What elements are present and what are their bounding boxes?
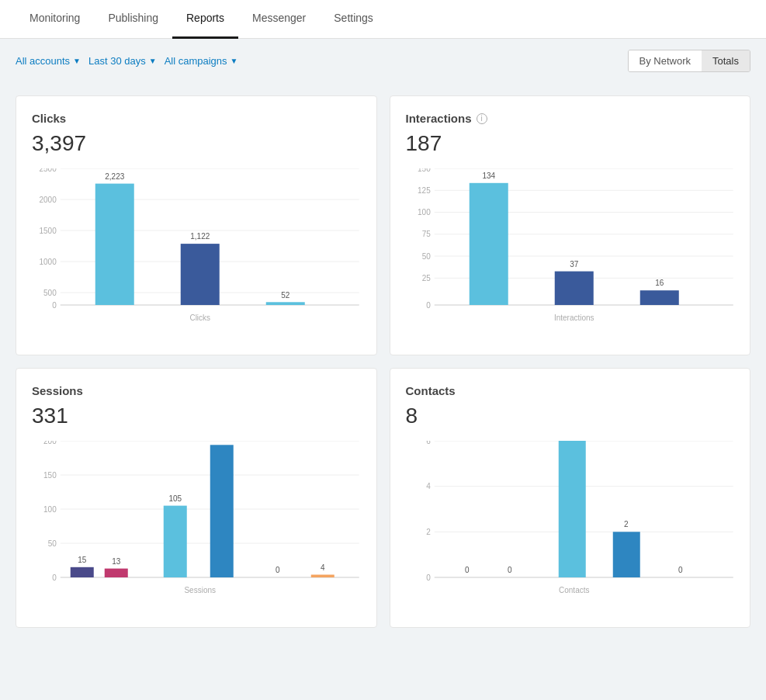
svg-text:0: 0: [52, 301, 57, 310]
clicks-svg: 2500 2000 1500 1000 500 0 2,223 1,122 52…: [32, 168, 361, 324]
date-filter-arrow: ▼: [149, 57, 157, 65]
svg-text:50: 50: [421, 252, 431, 261]
contacts-total: 8: [406, 404, 735, 428]
svg-text:4: 4: [321, 563, 325, 572]
svg-text:0: 0: [52, 574, 57, 582]
svg-text:0: 0: [464, 566, 469, 574]
contacts-bar-3: [558, 441, 585, 577]
sessions-bar-6: [311, 575, 334, 578]
sessions-title: Sessions: [32, 384, 361, 397]
interactions-chart: 150 125 100 75 50 25 0 134 37 16 Interac…: [406, 168, 735, 339]
totals-button[interactable]: Totals: [702, 50, 750, 71]
svg-text:1000: 1000: [40, 258, 57, 266]
filter-bar: All accounts ▼ Last 30 days ▼ All campai…: [0, 39, 766, 83]
sessions-bar-1: [71, 567, 94, 577]
interactions-info-icon: i: [477, 113, 487, 124]
svg-text:125: 125: [418, 186, 431, 195]
nav-messenger[interactable]: Messenger: [238, 0, 320, 39]
svg-text:0: 0: [426, 301, 431, 310]
svg-text:194: 194: [215, 441, 228, 442]
svg-text:Contacts: Contacts: [559, 586, 589, 594]
svg-text:0: 0: [426, 574, 431, 582]
clicks-card: Clicks 3,397 2500 2000 1500 1000 500 0: [16, 95, 377, 355]
contacts-card: Contacts 8 6 4 2 0 0 0: [390, 368, 751, 628]
view-toggle: By Network Totals: [628, 50, 750, 72]
accounts-filter-arrow: ▼: [73, 57, 81, 65]
contacts-svg: 6 4 2 0 0 0 6 2 0 Contacts: [406, 441, 735, 596]
sessions-chart: 200 150 100 50 0 15 13 105 194 0: [32, 441, 361, 612]
svg-text:2: 2: [426, 528, 431, 536]
svg-text:150: 150: [43, 471, 57, 480]
sessions-bar-2: [105, 569, 128, 577]
sessions-total: 331: [32, 404, 361, 428]
svg-text:4: 4: [426, 482, 431, 490]
campaigns-filter[interactable]: All campaigns ▼: [165, 55, 238, 67]
svg-text:0: 0: [276, 566, 280, 574]
sessions-bar-4: [210, 445, 234, 577]
nav-reports[interactable]: Reports: [172, 0, 238, 39]
svg-text:2000: 2000: [40, 196, 57, 204]
svg-text:105: 105: [168, 494, 182, 503]
clicks-chart: 2500 2000 1500 1000 500 0 2,223 1,122 52…: [32, 168, 361, 339]
nav-settings[interactable]: Settings: [320, 0, 387, 39]
svg-text:500: 500: [43, 289, 57, 297]
by-network-button[interactable]: By Network: [629, 50, 702, 71]
nav-publishing[interactable]: Publishing: [94, 0, 172, 39]
sessions-svg: 200 150 100 50 0 15 13 105 194 0: [32, 441, 361, 596]
svg-text:0: 0: [507, 566, 511, 574]
interactions-total: 187: [406, 131, 735, 156]
svg-text:200: 200: [43, 441, 57, 445]
clicks-bar-3: [266, 302, 305, 305]
svg-text:75: 75: [421, 230, 431, 238]
svg-text:50: 50: [48, 539, 57, 548]
interactions-bar-1: [469, 183, 508, 305]
svg-text:2: 2: [623, 520, 628, 528]
svg-text:150: 150: [418, 168, 431, 173]
clicks-bar-2: [181, 244, 220, 305]
sessions-card: Sessions 331 200 150 100 50 0 15: [16, 368, 377, 628]
accounts-filter[interactable]: All accounts ▼: [16, 55, 81, 67]
svg-text:1500: 1500: [40, 227, 57, 235]
interactions-card: Interactions i 187 150 125 100 75 50 25: [390, 95, 751, 355]
svg-text:Sessions: Sessions: [184, 586, 216, 594]
svg-text:6: 6: [426, 441, 431, 445]
svg-text:37: 37: [570, 260, 579, 269]
svg-text:2,223: 2,223: [105, 172, 124, 181]
interactions-title: Interactions i: [406, 112, 735, 125]
interactions-bar-2: [554, 272, 593, 305]
contacts-chart: 6 4 2 0 0 0 6 2 0 Contacts: [406, 441, 735, 612]
svg-text:2500: 2500: [40, 168, 57, 173]
clicks-bar-1: [95, 184, 134, 305]
svg-text:15: 15: [78, 556, 87, 564]
svg-text:134: 134: [482, 172, 495, 180]
svg-text:16: 16: [655, 279, 664, 287]
interactions-bar-3: [639, 290, 678, 305]
contacts-bar-4: [612, 532, 639, 577]
svg-text:100: 100: [43, 505, 57, 514]
sessions-bar-3: [164, 506, 187, 577]
svg-text:Clicks: Clicks: [189, 314, 210, 322]
nav-monitoring[interactable]: Monitoring: [16, 0, 94, 39]
campaigns-filter-arrow: ▼: [230, 57, 238, 65]
clicks-title: Clicks: [32, 112, 361, 125]
svg-text:52: 52: [281, 291, 290, 300]
charts-grid: Clicks 3,397 2500 2000 1500 1000 500 0: [0, 83, 766, 640]
svg-text:25: 25: [421, 274, 431, 282]
svg-text:13: 13: [112, 557, 121, 566]
date-filter[interactable]: Last 30 days ▼: [88, 55, 157, 67]
clicks-total: 3,397: [32, 131, 361, 156]
svg-text:100: 100: [418, 208, 431, 217]
svg-text:1,122: 1,122: [190, 232, 210, 241]
svg-text:Interactions: Interactions: [553, 314, 594, 322]
main-nav: Monitoring Publishing Reports Messenger …: [0, 0, 766, 39]
interactions-svg: 150 125 100 75 50 25 0 134 37 16 Interac…: [406, 168, 735, 324]
svg-text:0: 0: [678, 566, 682, 574]
contacts-title: Contacts: [406, 384, 735, 397]
